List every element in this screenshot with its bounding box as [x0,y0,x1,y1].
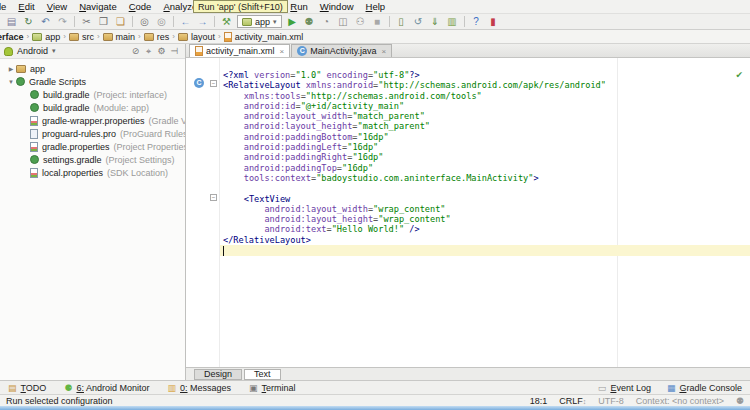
find-icon[interactable]: ◎ [136,15,153,29]
tree-item-hint: (ProGuard Rules for app) [120,129,185,139]
tree-item-Gradle-Scripts[interactable]: ▼Gradle Scripts [0,75,185,88]
related-class-gutter-icon[interactable]: C [194,78,204,88]
tool-window-label: TODO [21,383,47,393]
navigation-breadcrumb: interface›app›src›main›res›layout›activi… [0,30,750,44]
settings-icon[interactable]: ⚙ [155,46,168,57]
code-line: android:paddingBottom="16dp" [223,132,750,142]
run-icon[interactable]: ▶ [284,15,301,29]
fold-marker[interactable]: − [210,80,217,87]
tree-expand-arrow[interactable]: ▼ [6,79,16,85]
hector-icon[interactable]: ⚉ [736,396,744,406]
save-all-icon[interactable]: ▤ [3,15,20,29]
breadcrumb-activity_main-xml[interactable]: activity_main.xml [222,32,306,42]
back-icon[interactable]: ← [177,15,194,29]
debug-icon[interactable]: ⚉ [301,15,318,29]
caret-position-widget[interactable]: 18:1 [530,396,548,406]
todo-button[interactable]: ▤TODO [8,383,46,393]
copy-icon[interactable]: ❐ [95,15,112,29]
tree-item-build-gradle[interactable]: build.gradle(Module: app) [0,101,185,114]
event-log-button[interactable]: ▭Event Log [598,383,651,393]
tree-item-label: local.properties [42,168,103,178]
editor-area[interactable]: C − − <?xml version="1.0" encoding="utf-… [186,58,750,367]
tree-item-gradle-wrapper-properties[interactable]: gradle-wrapper.properties(Gradle Version… [0,114,185,127]
menu-file[interactable]: File [0,0,12,13]
close-icon[interactable]: × [280,47,285,56]
breadcrumb-app[interactable]: app [30,32,62,42]
breadcrumb-res[interactable]: res [142,32,172,42]
terminal-button[interactable]: ▣Terminal [249,383,296,393]
project-view-selector[interactable]: Android [17,46,48,56]
android-device-monitor-icon[interactable]: ▮ [485,15,502,29]
tab-design[interactable]: Design [194,369,242,380]
code-line: android:paddingLeft="16dp" [223,142,750,152]
tab-MainActivity-java[interactable]: CMainActivity.java× [291,44,392,57]
menu-window[interactable]: Window [314,0,360,13]
forward-icon[interactable]: → [194,15,211,29]
run-configuration-label: app [255,17,270,27]
tree-item-build-gradle[interactable]: build.gradle(Project: interface) [0,88,185,101]
hide-panel-icon[interactable]: ⊣ [168,46,181,57]
inspection-ok-icon[interactable]: ✔ [735,70,743,80]
collapse-all-icon[interactable]: ⊘ [129,46,142,57]
tree-item-label: Gradle Scripts [29,77,86,87]
make-project-icon[interactable]: ⚒ [218,15,235,29]
tab-activity_main-xml[interactable]: activity_main.xml× [189,44,290,57]
tree-item-gradle-properties[interactable]: gradle.properties(Project Properties) [0,140,185,153]
breadcrumb-main[interactable]: main [101,32,138,42]
profiler-icon[interactable]: ◫ [335,15,352,29]
encoding-widget[interactable]: UTF-8 [598,396,624,406]
fold-marker[interactable]: − [210,194,217,201]
help-icon[interactable]: ? [468,15,485,29]
attach-debugger-icon[interactable]: ⚇ [352,15,369,29]
breadcrumb-src[interactable]: src [67,32,96,42]
messages-button[interactable]: ▥0: Messages [168,383,232,393]
menu-code[interactable]: Code [123,0,158,13]
folder-icon [69,33,79,41]
replace-icon[interactable]: ◎ [153,15,170,29]
stop-icon[interactable]: ■ [369,15,386,29]
device-monitor-icon[interactable]: ▥ [444,15,461,29]
sdk-manager-icon[interactable]: ⇓ [427,15,444,29]
redo-icon[interactable]: ↷ [54,15,71,29]
xml-file-icon [224,32,232,42]
tool-window-label: Terminal [262,383,296,393]
code-editor[interactable]: <?xml version="1.0" encoding="utf-8"?><R… [220,58,750,367]
tree-item-local-properties[interactable]: local.properties(SDK Location) [0,166,185,179]
context-widget[interactable]: Context: <no context> [636,396,724,406]
folder-icon [32,33,42,41]
tab-label: activity_main.xml [206,46,275,56]
menu-edit[interactable]: Edit [12,0,40,13]
android-monitor-button[interactable]: ⚈6: Android Monitor [64,383,149,393]
tree-item-app[interactable]: ▶app [0,62,185,75]
close-icon[interactable]: × [382,47,387,56]
menu-navigate[interactable]: Navigate [73,0,123,13]
menu-view[interactable]: View [41,0,73,13]
updown-arrow-icon: ↕ [583,398,587,405]
tree-item-settings-gradle[interactable]: settings.gradle(Project Settings) [0,153,185,166]
code-line: android:text="Hello World!" /> [223,224,750,234]
sync-icon[interactable]: ↻ [20,15,37,29]
cut-icon[interactable]: ✂ [78,15,95,29]
run-coverage-icon[interactable]: ◔ [318,15,335,29]
tree-item-hint: (Project: interface) [94,90,168,100]
gradle-sync-icon[interactable]: ↺ [410,15,427,29]
doc-icon [30,129,38,139]
run-configuration-select[interactable]: app▾ [237,15,282,28]
tree-expand-arrow[interactable]: ▶ [6,65,16,72]
breadcrumb-interface[interactable]: interface [0,32,26,42]
scroll-to-source-icon[interactable]: ⌖ [142,46,155,57]
undo-icon[interactable]: ↶ [37,15,54,29]
code-line: </RelativeLayout> [223,235,750,245]
menu-help[interactable]: Help [360,0,392,13]
paste-icon[interactable]: ❏ [112,15,129,29]
gradle-icon [30,90,39,99]
project-tool-window: Android ▾ ⊘⌖⚙⊣ ▶app▼Gradle Scriptsbuild.… [0,44,186,380]
menu-run[interactable]: Run [284,0,313,13]
tab-text[interactable]: Text [244,369,281,380]
avd-manager-icon[interactable]: ▯ [393,15,410,29]
tab-label: MainActivity.java [310,46,376,56]
gradle-console-button[interactable]: ▦Gradle Console [667,383,742,393]
breadcrumb-layout[interactable]: layout [176,32,217,42]
line-ending-widget[interactable]: CRLF↕ [559,396,586,406]
tree-item-proguard-rules-pro[interactable]: proguard-rules.pro(ProGuard Rules for ap… [0,127,185,140]
